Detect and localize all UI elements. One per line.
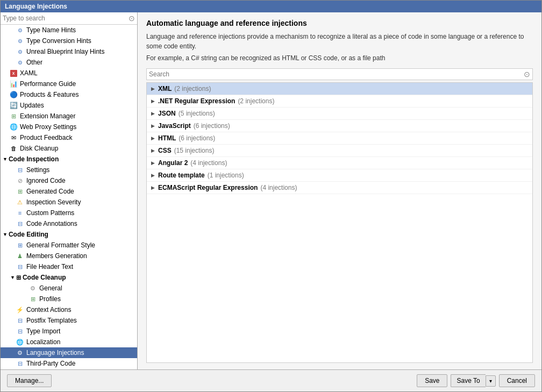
sidebar-item-unreal-hints[interactable]: ⚙ Unreal Blueprint Inlay Hints	[1, 46, 137, 57]
injections-search-row[interactable]: ⊙	[146, 68, 533, 80]
section-example: For example, a C# string can be recogniz…	[146, 54, 533, 62]
expand-arrow: ▶	[151, 86, 155, 91]
save-button[interactable]: Save	[417, 374, 447, 387]
sidebar-item-profiles[interactable]: ⊞ Profiles	[1, 294, 137, 304]
injection-count: (2 injections)	[238, 97, 274, 105]
sidebar-item-label: XAML	[20, 69, 38, 77]
sidebar-item-updates[interactable]: 🔄 Updates	[1, 100, 137, 111]
tree: ⚙ Type Name Hints ⚙ Type Conversion Hint…	[1, 25, 137, 369]
injection-name: Angular 2	[158, 159, 188, 167]
sidebar-item-label: General	[39, 284, 62, 292]
bottom-left: Manage...	[7, 374, 52, 387]
save-to-split: Save To ▾	[451, 374, 495, 387]
sidebar-item-label: Type Conversion Hints	[26, 37, 91, 45]
sidebar-item-label: Unreal Blueprint Inlay Hints	[26, 48, 104, 55]
xaml-icon: X	[9, 69, 18, 77]
bottom-bar: Manage... Save Save To ▾ Cancel	[1, 369, 541, 391]
sidebar-item-localization[interactable]: 🌐 Localization	[1, 337, 137, 347]
sidebar-item-label: Type Import	[26, 327, 60, 335]
collapse-arrow: ▼	[10, 275, 15, 280]
injection-name: XML	[158, 85, 172, 92]
sidebar-item-general-cleanup[interactable]: ⚙ General	[1, 283, 137, 294]
search-box[interactable]: ⊙	[1, 12, 137, 25]
sidebar-item-label: Disk Cleanup	[20, 145, 58, 152]
sidebar-item-label: Generated Code	[26, 188, 74, 195]
third-party-icon: ⊟	[16, 359, 24, 368]
sidebar-item-label: Code Annotations	[26, 220, 77, 227]
sidebar-item-type-conversion-hints[interactable]: ⚙ Type Conversion Hints	[1, 35, 137, 46]
sidebar-item-disk-cleanup[interactable]: 🗑 Disk Cleanup	[1, 143, 137, 154]
group-code-cleanup[interactable]: ▼ ⊞ Code Cleanup	[1, 272, 137, 283]
injection-count: (15 injections)	[174, 147, 215, 154]
sidebar-item-members-gen[interactable]: ♟ Members Generation	[1, 251, 137, 261]
sidebar-item-third-party[interactable]: ⊟ Third-Party Code	[1, 358, 137, 369]
right-panel: Automatic language and reference injecti…	[138, 12, 541, 369]
injection-count: (1 injections)	[208, 172, 244, 179]
sidebar-item-type-import[interactable]: ⊟ Type Import	[1, 326, 137, 337]
bottom-right: Save Save To ▾ Cancel	[417, 374, 535, 387]
save-to-dropdown-arrow[interactable]: ▾	[486, 375, 496, 387]
expand-arrow: ▶	[151, 185, 155, 190]
cancel-button[interactable]: Cancel	[499, 374, 535, 387]
section-title: Automatic language and reference injecti…	[146, 19, 533, 27]
injections-search-input[interactable]	[149, 70, 524, 78]
injection-row-ecma-regex[interactable]: ▶ ECMAScript Regular Expression (4 injec…	[147, 182, 532, 194]
sidebar-item-label: Profiles	[39, 295, 61, 303]
sidebar-item-label: Web Proxy Settings	[20, 123, 76, 131]
sidebar-item-language-injections[interactable]: ⚙ Language Injections	[1, 347, 137, 358]
sidebar-item-label: Products & Features	[20, 91, 79, 98]
sidebar-item-file-header[interactable]: ⊟ File Header Text	[1, 261, 137, 272]
sidebar-item-ignored-code[interactable]: ⊘ Ignored Code	[1, 175, 137, 186]
injection-count: (4 injections)	[260, 184, 297, 191]
other-icon: ⚙	[16, 58, 24, 67]
group-code-editing[interactable]: ▼ Code Editing	[1, 229, 137, 240]
sidebar-item-postfix-templates[interactable]: ⊟ Postfix Templates	[1, 315, 137, 326]
group-code-inspection[interactable]: ▼ Code Inspection	[1, 154, 137, 165]
injection-name: JavaScript	[158, 122, 191, 130]
injection-row-angular2[interactable]: ▶ Angular 2 (4 injections)	[147, 157, 532, 169]
injection-row-css[interactable]: ▶ CSS (15 injections)	[147, 145, 532, 157]
expand-arrow: ▶	[151, 148, 155, 153]
sidebar-item-type-name-hints[interactable]: ⚙ Type Name Hints	[1, 25, 137, 35]
sidebar-item-generated-code[interactable]: ⊞ Generated Code	[1, 186, 137, 197]
sidebar-item-code-annotations[interactable]: ⊟ Code Annotations	[1, 218, 137, 229]
sidebar-item-products[interactable]: 🔵 Products & Features	[1, 89, 137, 100]
sidebar-item-general-formatter[interactable]: ⊞ General Formatter Style	[1, 240, 137, 251]
collapse-arrow: ▼	[3, 232, 8, 237]
injection-row-javascript[interactable]: ▶ JavaScript (6 injections)	[147, 120, 532, 132]
expand-arrow: ▶	[151, 173, 155, 178]
dialog-body: ⊙ ⚙ Type Name Hints ⚙ Type Conversion Hi…	[1, 12, 541, 369]
sidebar-item-settings[interactable]: ⊟ Settings	[1, 165, 137, 175]
injection-row-html[interactable]: ▶ HTML (6 injections)	[147, 132, 532, 145]
sidebar-item-extension-manager[interactable]: ⊞ Extension Manager	[1, 111, 137, 122]
injection-row-net-regex[interactable]: ▶ .NET Regular Expression (2 injections)	[147, 95, 532, 108]
sidebar-item-other[interactable]: ⚙ Other	[1, 57, 137, 68]
expand-arrow: ▶	[151, 160, 155, 166]
sidebar-item-inspection-severity[interactable]: ⚠ Inspection Severity	[1, 197, 137, 208]
sidebar-item-label: Ignored Code	[26, 177, 66, 184]
injection-name: .NET Regular Expression	[158, 97, 235, 105]
sidebar-item-label: Other	[26, 59, 42, 66]
save-to-button[interactable]: Save To	[451, 374, 485, 387]
injection-row-xml[interactable]: ▶ XML (2 injections)	[147, 83, 532, 95]
sidebar-item-xaml[interactable]: X XAML	[1, 68, 137, 79]
sidebar-item-web-proxy[interactable]: 🌐 Web Proxy Settings	[1, 122, 137, 132]
injection-row-json[interactable]: ▶ JSON (5 injections)	[147, 108, 532, 120]
postfix-icon: ⊟	[16, 316, 24, 325]
expand-arrow: ▶	[151, 111, 155, 116]
sidebar-item-context-actions[interactable]: ⚡ Context Actions	[1, 304, 137, 315]
formatter-icon: ⊞	[16, 241, 24, 250]
context-icon: ⚡	[16, 305, 24, 314]
search-icon: ⊙	[129, 14, 135, 23]
perf-icon: 📊	[9, 80, 18, 88]
sidebar-item-product-feedback[interactable]: ✉ Product Feedback	[1, 132, 137, 143]
sidebar-item-label: Performance Guide	[20, 80, 76, 88]
manage-button[interactable]: Manage...	[7, 374, 52, 387]
injection-row-route-template[interactable]: ▶ Route template (1 injections)	[147, 169, 532, 182]
injections-search-icon: ⊙	[524, 70, 530, 79]
profiles-icon: ⊞	[28, 295, 37, 303]
sidebar-item-perf-guide[interactable]: 📊 Performance Guide	[1, 79, 137, 89]
sidebar-item-custom-patterns[interactable]: ≡ Custom Patterns	[1, 208, 137, 218]
dialog-title: Language Injections	[1, 1, 541, 12]
search-input[interactable]	[3, 15, 129, 22]
